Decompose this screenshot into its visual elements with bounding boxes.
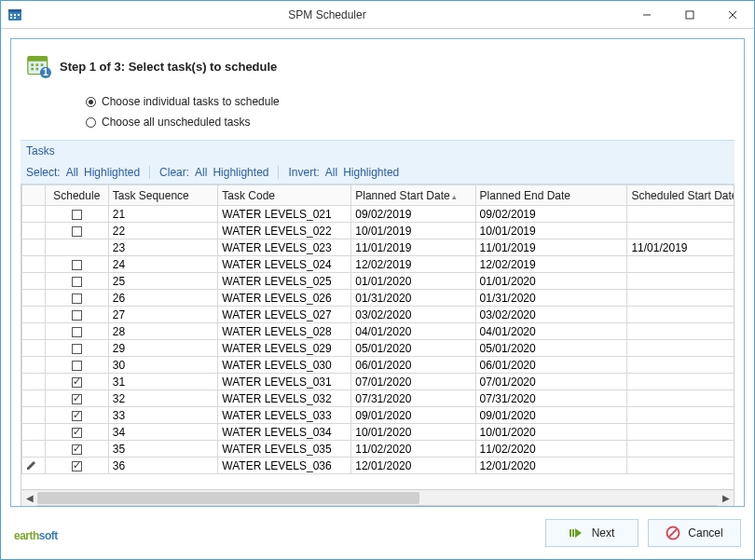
cell-planned-end: 01/31/2020 xyxy=(475,290,627,307)
schedule-checkbox[interactable] xyxy=(72,461,82,471)
col-task-code[interactable]: Task Code xyxy=(218,185,351,206)
radio-unscheduled[interactable]: Choose all unscheduled tasks xyxy=(86,116,734,129)
cell-task-sequence: 32 xyxy=(108,390,218,407)
invert-highlighted[interactable]: Highlighted xyxy=(343,166,399,179)
cell-schedule[interactable] xyxy=(45,374,108,390)
cell-task-sequence: 33 xyxy=(108,407,218,424)
table-row[interactable]: 27WATER LEVELS_02703/02/202003/02/2020 xyxy=(22,307,734,323)
cell-planned-end: 09/02/2019 xyxy=(475,206,627,223)
select-highlighted[interactable]: Highlighted xyxy=(84,166,140,179)
cell-schedule[interactable] xyxy=(45,458,108,474)
schedule-checkbox[interactable] xyxy=(72,294,82,304)
radio-individual[interactable]: Choose individual tasks to schedule xyxy=(86,95,734,108)
select-all[interactable]: All xyxy=(66,166,78,179)
schedule-checkbox[interactable] xyxy=(72,310,82,321)
col-schedule[interactable]: Schedule xyxy=(45,185,108,206)
schedule-checkbox[interactable] xyxy=(72,394,82,404)
cell-task-sequence: 25 xyxy=(108,273,218,290)
table-row[interactable]: 29WATER LEVELS_02905/01/202005/01/2020 xyxy=(22,340,734,357)
invert-all[interactable]: All xyxy=(325,166,337,179)
cell-task-code: WATER LEVELS_032 xyxy=(218,390,351,407)
table-row[interactable]: 26WATER LEVELS_02601/31/202001/31/2020 xyxy=(22,290,734,307)
table-row[interactable]: 21WATER LEVELS_02109/02/201909/02/2019 xyxy=(22,206,734,223)
minimize-button[interactable] xyxy=(625,1,668,29)
schedule-checkbox[interactable] xyxy=(72,411,82,421)
table-row[interactable]: 24WATER LEVELS_02412/02/201912/02/2019 xyxy=(22,256,734,273)
table-row[interactable]: 32WATER LEVELS_03207/31/202007/31/2020 xyxy=(22,390,734,407)
table-row[interactable]: 25WATER LEVELS_02501/01/202001/01/2020 xyxy=(22,273,734,290)
cell-planned-end: 07/01/2020 xyxy=(475,374,627,390)
table-row[interactable]: 30WATER LEVELS_03006/01/202006/01/2020 xyxy=(22,357,734,374)
cell-schedule[interactable] xyxy=(45,239,108,256)
next-button[interactable]: Next xyxy=(545,519,638,547)
table-row[interactable]: 23WATER LEVELS_02311/01/201911/01/201911… xyxy=(22,239,734,256)
close-button[interactable] xyxy=(711,1,754,29)
clear-highlighted[interactable]: Highlighted xyxy=(213,166,268,179)
table-row[interactable]: 31WATER LEVELS_03107/01/202007/01/2020 xyxy=(22,374,734,390)
cell-task-code: WATER LEVELS_028 xyxy=(218,323,351,340)
table-row[interactable]: 34WATER LEVELS_03410/01/202010/01/2020 xyxy=(22,424,734,441)
scroll-left-arrow[interactable]: ◀ xyxy=(21,490,37,506)
col-planned-end[interactable]: Planned End Date xyxy=(475,185,627,206)
clear-all[interactable]: All xyxy=(195,166,207,179)
cell-scheduled-start xyxy=(627,223,734,239)
maximize-button[interactable] xyxy=(668,1,711,29)
cell-schedule[interactable] xyxy=(45,424,108,441)
cell-task-code: WATER LEVELS_025 xyxy=(218,273,351,290)
svg-rect-6 xyxy=(14,17,16,19)
table-row[interactable]: 35WATER LEVELS_03511/02/202011/02/2020 xyxy=(22,441,734,458)
cell-schedule[interactable] xyxy=(45,307,108,323)
cell-schedule[interactable] xyxy=(45,390,108,407)
cell-task-sequence: 27 xyxy=(108,307,218,323)
cell-schedule[interactable] xyxy=(45,273,108,290)
svg-rect-20 xyxy=(570,529,571,537)
horizontal-scrollbar[interactable]: ◀ ▶ xyxy=(21,490,734,506)
cancel-button[interactable]: Cancel xyxy=(648,519,741,547)
cell-schedule[interactable] xyxy=(45,256,108,273)
table-row[interactable]: 22WATER LEVELS_02210/01/201910/01/2019 xyxy=(22,223,734,239)
cell-schedule[interactable] xyxy=(45,223,108,239)
cell-schedule[interactable] xyxy=(45,441,108,458)
col-indicator[interactable] xyxy=(22,185,46,206)
cell-scheduled-start xyxy=(627,424,734,441)
cell-schedule[interactable] xyxy=(45,340,108,357)
schedule-checkbox[interactable] xyxy=(72,428,82,438)
schedule-checkbox[interactable] xyxy=(72,361,82,371)
separator xyxy=(278,166,279,179)
cell-task-sequence: 26 xyxy=(108,290,218,307)
schedule-checkbox[interactable] xyxy=(72,260,82,270)
row-indicator xyxy=(22,390,46,407)
cell-schedule[interactable] xyxy=(45,357,108,374)
cell-planned-start: 03/02/2020 xyxy=(351,307,475,323)
schedule-checkbox[interactable] xyxy=(72,377,82,388)
schedule-checkbox[interactable] xyxy=(72,210,82,220)
cell-planned-end: 04/01/2020 xyxy=(475,323,627,340)
cell-task-sequence: 24 xyxy=(108,256,218,273)
schedule-checkbox[interactable] xyxy=(72,327,82,337)
schedule-checkbox[interactable] xyxy=(72,226,82,237)
table-row[interactable]: 36WATER LEVELS_03612/01/202012/01/2020 xyxy=(22,458,734,474)
scroll-thumb[interactable] xyxy=(37,492,419,504)
cell-planned-end: 12/02/2019 xyxy=(475,256,627,273)
tasks-section-header: Tasks xyxy=(21,140,734,161)
svg-rect-3 xyxy=(14,14,16,16)
col-scheduled-start[interactable]: Scheduled Start Date xyxy=(627,185,734,206)
cell-schedule[interactable] xyxy=(45,323,108,340)
row-indicator xyxy=(22,307,46,323)
cell-task-code: WATER LEVELS_035 xyxy=(218,441,351,458)
table-row[interactable]: 28WATER LEVELS_02804/01/202004/01/2020 xyxy=(22,323,734,340)
cell-planned-start: 12/01/2020 xyxy=(351,458,475,474)
cell-schedule[interactable] xyxy=(45,407,108,424)
cell-schedule[interactable] xyxy=(45,206,108,223)
row-indicator xyxy=(22,424,46,441)
col-planned-start[interactable]: Planned Start Date xyxy=(351,185,475,206)
schedule-checkbox[interactable] xyxy=(72,444,82,455)
scroll-right-arrow[interactable]: ▶ xyxy=(718,490,734,506)
col-task-sequence[interactable]: Task Sequence xyxy=(108,185,218,206)
schedule-checkbox[interactable] xyxy=(72,344,82,354)
schedule-checkbox[interactable] xyxy=(72,277,82,287)
cell-schedule[interactable] xyxy=(45,290,108,307)
table-row[interactable]: 33WATER LEVELS_03309/01/202009/01/2020 xyxy=(22,407,734,424)
invert-label: Invert: xyxy=(288,166,319,179)
grid-scroll[interactable]: Schedule Task Sequence Task Code Planned… xyxy=(21,184,734,489)
